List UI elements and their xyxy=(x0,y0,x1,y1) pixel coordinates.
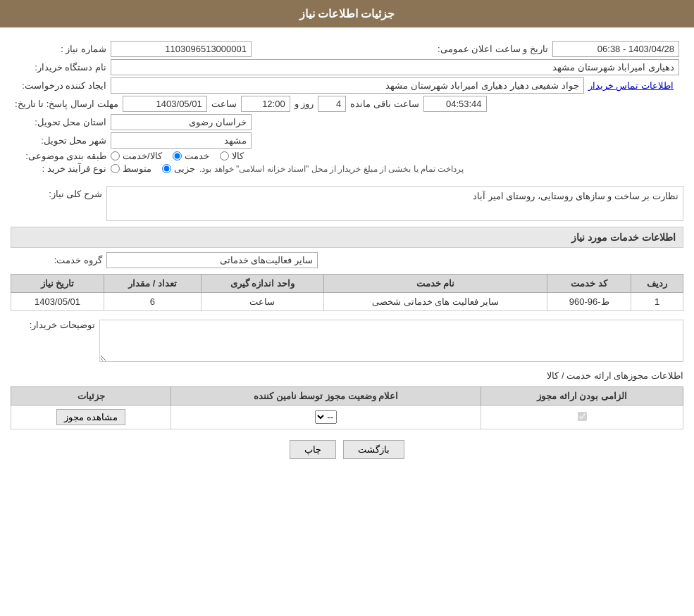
category-radio-goods-service[interactable]: کالا/خدمت xyxy=(111,151,162,161)
buyer-notes-label: توضیحات خریدار: xyxy=(11,317,95,330)
category-radio-group: کالا/خدمت خدمت کالا xyxy=(111,151,244,161)
deadline-time-label: ساعت xyxy=(211,99,237,109)
service-group-value: سایر فعالیت‌های خدماتی xyxy=(106,252,318,268)
perm-status-cell[interactable]: -- xyxy=(171,406,481,429)
purchase-type-label: نوع فرآیند خرید : xyxy=(15,163,106,174)
need-desc-value: نظارت بر ساخت و سازهای روستایی، روستای ا… xyxy=(473,191,678,201)
need-desc-label: شرح کلی نیاز: xyxy=(11,186,102,199)
perm-status-select[interactable]: -- xyxy=(315,410,337,424)
service-group-label: گروه خدمت: xyxy=(11,255,102,265)
cell-row-num: 1 xyxy=(631,293,683,311)
table-row: 1 ط-96-960 سایر فعالیت های خدماتی شخصی س… xyxy=(11,293,683,311)
need-number-label: شماره نیاز : xyxy=(15,44,106,54)
perm-col-status: اعلام وضعیت مجوز توسط نامین کننده xyxy=(171,387,481,406)
purchase-type-medium[interactable]: متوسط xyxy=(111,163,151,174)
deadline-days-label: روز و xyxy=(295,99,314,109)
perm-required-cell xyxy=(481,406,683,429)
col-service-code: کد خدمت xyxy=(547,275,631,293)
deadline-time: 12:00 xyxy=(241,96,290,112)
deadline-days: 4 xyxy=(318,96,346,112)
city-value: مشهد xyxy=(111,132,252,149)
cell-service-code: ط-96-960 xyxy=(547,293,631,311)
col-unit: واحد اندازه گیری xyxy=(201,275,323,293)
page-header: جزئیات اطلاعات نیاز xyxy=(0,0,694,27)
buyer-notes-textarea[interactable] xyxy=(99,320,683,362)
page-title: جزئیات اطلاعات نیاز xyxy=(299,8,395,20)
creator-value: جواد شفیعی دهیار دهیاری امیراباد شهرستان… xyxy=(111,77,584,94)
services-table: ردیف کد خدمت نام خدمت واحد اندازه گیری ت… xyxy=(11,274,683,311)
col-quantity: تعداد / مقدار xyxy=(104,275,201,293)
col-date: تاریخ نیاز xyxy=(11,275,104,293)
buyer-org-value: دهیاری امیراباد شهرستان مشهد xyxy=(111,59,679,75)
cell-quantity: 6 xyxy=(104,293,201,311)
announcement-date-value: 1403/04/28 - 06:38 xyxy=(552,41,679,57)
province-value: خراسان رضوی xyxy=(111,114,252,130)
deadline-label: مهلت ارسال پاسخ: تا تاریخ: xyxy=(15,99,118,109)
services-section-title: اطلاعات خدمات مورد نیاز xyxy=(11,227,683,248)
deadline-date: 1403/05/01 xyxy=(123,96,207,112)
col-row-num: ردیف xyxy=(631,275,683,293)
permissions-table: الزامی بودن ارائه مجوز اعلام وضعیت مجوز … xyxy=(11,386,683,429)
purchase-type-partial[interactable]: جزیی xyxy=(162,163,195,174)
category-label: طبقه بندی موضوعی: xyxy=(15,151,106,161)
list-item: -- مشاهده مجوز xyxy=(11,406,683,429)
need-number-value: 1103096513000001 xyxy=(111,41,252,57)
perm-col-required: الزامی بودن ارائه مجوز xyxy=(481,387,683,406)
buyer-org-label: نام دستگاه خریدار: xyxy=(15,62,106,73)
purchase-type-note: پرداخت تمام یا بخشی از مبلغ خریدار از مح… xyxy=(199,164,464,174)
back-button[interactable]: بازگشت xyxy=(343,440,404,459)
deadline-remaining: 04:53:44 xyxy=(423,96,487,112)
print-button[interactable]: چاپ xyxy=(290,440,336,459)
province-label: استان محل تحویل: xyxy=(15,117,106,127)
cell-date: 1403/05/01 xyxy=(11,293,104,311)
deadline-remaining-label: ساعت باقی مانده xyxy=(350,99,419,109)
cell-unit: ساعت xyxy=(201,293,323,311)
perm-details-cell: مشاهده مجوز xyxy=(11,406,171,429)
perm-col-details: جزئیات xyxy=(11,387,171,406)
permissions-title: اطلاعات مجوزهای ارائه خدمت / کالا xyxy=(547,370,683,381)
announcement-date-label: تاریخ و ساعت اعلان عمومی: xyxy=(438,44,548,54)
contact-info-link[interactable]: اطلاعات تماس خریدار xyxy=(588,80,674,91)
creator-label: ایجاد کننده درخواست: xyxy=(15,80,106,91)
city-label: شهر محل تحویل: xyxy=(15,135,106,146)
purchase-type-radio-group: متوسط جزیی xyxy=(111,163,195,174)
view-permit-button[interactable]: مشاهده مجوز xyxy=(56,409,125,425)
bottom-buttons: بازگشت چاپ xyxy=(11,440,683,459)
cell-service-name: سایر فعالیت های خدماتی شخصی xyxy=(323,293,547,311)
col-service-name: نام خدمت xyxy=(323,275,547,293)
category-radio-goods[interactable]: کالا xyxy=(220,151,244,161)
category-radio-service[interactable]: خدمت xyxy=(173,151,209,161)
